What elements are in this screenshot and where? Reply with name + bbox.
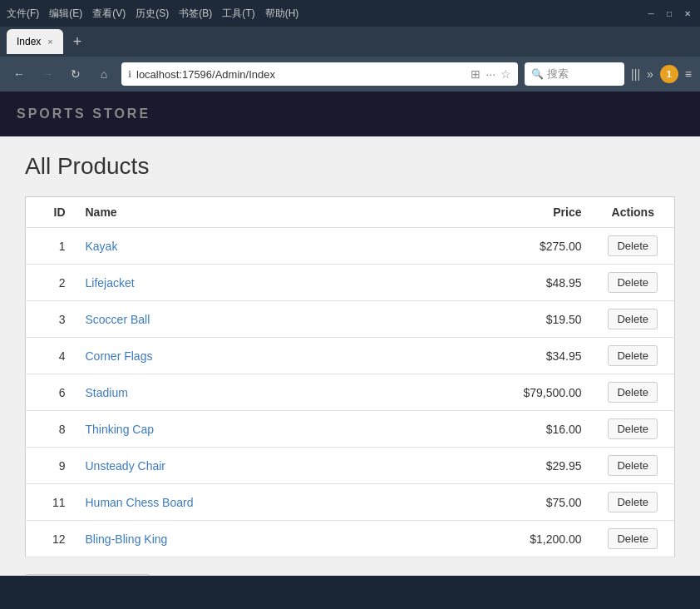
main-content: All Products ID Name Price Actions 1Kaya… bbox=[0, 136, 700, 576]
menu-view[interactable]: 查看(V) bbox=[92, 7, 126, 21]
table-row: 4Corner Flags$34.95Delete bbox=[26, 338, 675, 374]
cell-name[interactable]: Corner Flags bbox=[76, 338, 396, 374]
toolbar-right: ||| » 1 ≡ bbox=[631, 65, 692, 83]
table-row: 12Bling-Bling King$1,200.00Delete bbox=[26, 521, 675, 557]
cell-price: $34.95 bbox=[396, 338, 592, 374]
col-header-actions: Actions bbox=[592, 197, 675, 228]
delete-button[interactable]: Delete bbox=[608, 418, 658, 439]
back-button[interactable]: ← bbox=[8, 63, 30, 85]
cell-price: $1,200.00 bbox=[396, 521, 592, 557]
new-tab-button[interactable]: + bbox=[67, 33, 89, 51]
hamburger-menu[interactable]: ≡ bbox=[685, 67, 692, 81]
cell-id: 4 bbox=[26, 338, 76, 374]
menu-tools[interactable]: 工具(T) bbox=[222, 7, 254, 21]
site-header: SPORTS STORE bbox=[0, 92, 700, 136]
cell-id: 8 bbox=[26, 411, 76, 448]
table-row: 11Human Chess Board$75.00Delete bbox=[26, 484, 675, 521]
window-controls: ─ □ ✕ bbox=[645, 7, 693, 19]
delete-button[interactable]: Delete bbox=[608, 309, 658, 329]
search-icon: 🔍 bbox=[531, 68, 544, 80]
cell-actions: Delete bbox=[592, 301, 675, 338]
cell-name[interactable]: Human Chess Board bbox=[76, 484, 396, 521]
table-header: ID Name Price Actions bbox=[26, 197, 675, 228]
cell-price: $79,500.00 bbox=[396, 374, 592, 411]
menu-help[interactable]: 帮助(H) bbox=[265, 7, 299, 21]
delete-button[interactable]: Delete bbox=[608, 528, 658, 549]
close-button[interactable]: ✕ bbox=[682, 7, 693, 19]
cell-price: $275.00 bbox=[396, 228, 592, 265]
cell-id: 11 bbox=[26, 484, 76, 521]
more-button[interactable]: ··· bbox=[486, 67, 495, 81]
cell-price: $48.95 bbox=[396, 265, 592, 301]
cell-id: 12 bbox=[26, 521, 76, 557]
tab-label: Index bbox=[17, 36, 41, 47]
cell-name[interactable]: Thinking Cap bbox=[76, 411, 396, 448]
address-bar: ← → ↻ ⌂ ℹ localhost:17596/Admin/Index ⊞ … bbox=[0, 57, 700, 92]
col-header-price: Price bbox=[396, 197, 592, 228]
table-row: 1Kayak$275.00Delete bbox=[26, 228, 675, 265]
delete-button[interactable]: Delete bbox=[608, 382, 658, 403]
cell-name[interactable]: Scoccer Ball bbox=[76, 301, 396, 338]
table-row: 2Lifejacket$48.95Delete bbox=[26, 265, 675, 301]
delete-button[interactable]: Delete bbox=[608, 455, 658, 476]
bookmark-button[interactable]: ☆ bbox=[500, 67, 511, 81]
page-action-icon[interactable]: ⊞ bbox=[471, 67, 481, 81]
menu-bookmarks[interactable]: 书签(B) bbox=[179, 7, 212, 21]
page-heading: All Products bbox=[25, 153, 675, 180]
table-row: 6Stadium$79,500.00Delete bbox=[26, 374, 675, 411]
library-icon[interactable]: ||| bbox=[631, 67, 640, 81]
col-header-id: ID bbox=[26, 197, 76, 228]
site-title: SPORTS STORE bbox=[17, 106, 150, 121]
delete-button[interactable]: Delete bbox=[608, 345, 658, 366]
cell-price: $75.00 bbox=[396, 484, 592, 521]
cell-id: 6 bbox=[26, 374, 76, 411]
cell-name[interactable]: Bling-Bling King bbox=[76, 521, 396, 557]
more-tools-button[interactable]: » bbox=[647, 67, 653, 81]
cell-name[interactable]: Unsteady Chair bbox=[76, 448, 396, 484]
reload-button[interactable]: ↻ bbox=[65, 63, 86, 85]
cell-actions: Delete bbox=[592, 484, 675, 521]
delete-button[interactable]: Delete bbox=[608, 235, 658, 256]
search-placeholder: 搜索 bbox=[547, 67, 569, 82]
tab-bar: Index × + bbox=[0, 27, 700, 57]
tab-close-button[interactable]: × bbox=[47, 37, 52, 47]
cell-actions: Delete bbox=[592, 374, 675, 411]
cell-actions: Delete bbox=[592, 448, 675, 484]
delete-button[interactable]: Delete bbox=[608, 272, 658, 293]
security-icon: ℹ bbox=[128, 69, 131, 80]
table-row: 3Scoccer Ball$19.50Delete bbox=[26, 301, 675, 338]
address-actions: ⊞ ··· ☆ bbox=[471, 67, 511, 81]
cell-name[interactable]: Stadium bbox=[76, 374, 396, 411]
cell-actions: Delete bbox=[592, 411, 675, 448]
cell-actions: Delete bbox=[592, 521, 675, 557]
taskbar bbox=[0, 576, 700, 609]
cell-price: $19.50 bbox=[396, 301, 592, 338]
cell-id: 1 bbox=[26, 228, 76, 265]
menu-edit[interactable]: 编辑(E) bbox=[49, 7, 82, 21]
home-button[interactable]: ⌂ bbox=[93, 63, 115, 85]
cell-name[interactable]: Kayak bbox=[76, 228, 396, 265]
menu-file[interactable]: 文件(F) bbox=[7, 7, 39, 21]
cell-actions: Delete bbox=[592, 228, 675, 265]
maximize-button[interactable]: □ bbox=[663, 7, 675, 19]
menu-bar: 文件(F) 编辑(E) 查看(V) 历史(S) 书签(B) 工具(T) 帮助(H… bbox=[7, 7, 298, 21]
address-input[interactable]: ℹ localhost:17596/Admin/Index ⊞ ··· ☆ bbox=[121, 62, 518, 86]
cell-actions: Delete bbox=[592, 338, 675, 374]
table-body: 1Kayak$275.00Delete2Lifejacket$48.95Dele… bbox=[26, 228, 675, 557]
cell-id: 3 bbox=[26, 301, 76, 338]
cell-id: 9 bbox=[26, 448, 76, 484]
title-bar: 文件(F) 编辑(E) 查看(V) 历史(S) 书签(B) 工具(T) 帮助(H… bbox=[0, 0, 700, 27]
delete-button[interactable]: Delete bbox=[608, 492, 658, 512]
forward-button[interactable]: → bbox=[37, 63, 58, 85]
menu-history[interactable]: 历史(S) bbox=[136, 7, 169, 21]
notification-button[interactable]: 1 bbox=[660, 65, 678, 83]
cell-id: 2 bbox=[26, 265, 76, 301]
page-content: SPORTS STORE All Products ID Name Price … bbox=[0, 92, 700, 576]
products-table: ID Name Price Actions 1Kayak$275.00Delet… bbox=[25, 196, 675, 557]
tab-index[interactable]: Index × bbox=[7, 29, 63, 54]
minimize-button[interactable]: ─ bbox=[645, 7, 657, 19]
col-header-name: Name bbox=[76, 197, 396, 228]
cell-name[interactable]: Lifejacket bbox=[76, 265, 396, 301]
search-box[interactable]: 🔍 搜索 bbox=[525, 62, 624, 86]
cell-price: $29.95 bbox=[396, 448, 592, 484]
